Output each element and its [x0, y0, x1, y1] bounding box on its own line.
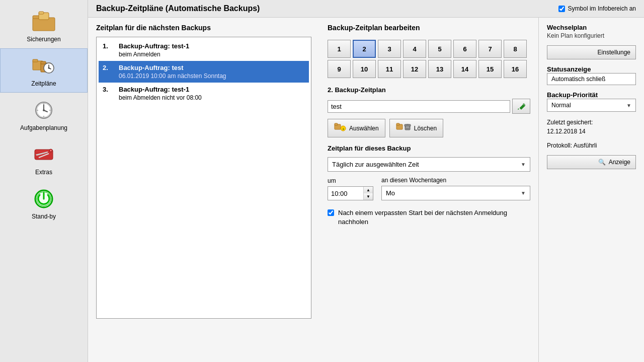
main-content: Backup-Zeitpläne (Automatische Backups) …	[88, 0, 644, 362]
num-btn-14[interactable]: 14	[453, 60, 476, 78]
header-checkbox-area: Symbol im Infobereich an	[558, 5, 636, 12]
page-title: Backup-Zeitpläne (Automatische Backups)	[96, 4, 260, 13]
schedule-item-1[interactable]: 1. Backup-Auftrag: test-1 beim Anmelden	[99, 39, 309, 61]
schedule-item-3-num: 3.	[103, 86, 115, 93]
priority-title: Backup-Priorität	[547, 91, 636, 99]
last-backup-label: Zuletzt gesichert: 12.12.2018 14	[547, 118, 636, 136]
num-btn-3[interactable]: 3	[378, 40, 401, 58]
sidebar-item-standby[interactable]: Stand-by	[0, 181, 88, 226]
sidebar-item-zeitplaene-label: Zeitpläne	[31, 80, 56, 87]
svg-rect-3	[39, 12, 44, 14]
number-buttons-container: 1 2 3 4 5 6 7 8 9 10 11 12 13 14 15	[328, 40, 530, 78]
priority-section: Backup-Priorität Normal ▼	[547, 91, 636, 112]
spin-buttons: ▲ ▼	[363, 187, 373, 200]
day-group: an diesen Wochentagen Mo ▼	[381, 177, 530, 200]
schedule-item-2[interactable]: 2. Backup-Auftrag: test 06.01.2019 10:00…	[99, 61, 309, 83]
wechselplan-title: Wechselplan	[547, 24, 636, 31]
svg-rect-40	[405, 124, 411, 126]
svg-text:+: +	[342, 127, 345, 131]
svg-rect-37	[396, 123, 399, 125]
num-btn-12[interactable]: 12	[403, 60, 426, 78]
missed-start-label[interactable]: Nach einem verpassten Start bei der näch…	[338, 208, 530, 227]
missed-start-checkbox[interactable]	[328, 209, 334, 216]
num-btn-13[interactable]: 13	[428, 60, 451, 78]
middle-panel: Backup-Zeitplan bearbeiten 1 2 3 4 5 6 7…	[319, 18, 538, 362]
statusanzeige-section: Statusanzeige Automatisch schließ	[547, 65, 636, 85]
sidebar-item-standby-label: Stand-by	[32, 213, 56, 220]
settings-button-label: Einstellunge	[598, 49, 630, 56]
num-btn-5[interactable]: 5	[428, 40, 451, 58]
num-btn-7[interactable]: 7	[478, 40, 502, 58]
schedule-item-1-row: 1. Backup-Auftrag: test-1	[103, 42, 305, 50]
middle-heading: Backup-Zeitplan bearbeiten	[328, 24, 530, 32]
last-backup-value: 12.12.2018 14	[547, 128, 586, 135]
time-group: um ▲ ▼	[328, 177, 373, 200]
schedule-item-1-num: 1.	[103, 42, 115, 50]
num-btn-4[interactable]: 4	[403, 40, 426, 58]
num-btn-9[interactable]: 9	[328, 60, 351, 78]
num-btn-2[interactable]: 2	[353, 40, 376, 58]
last-backup-title: Zuletzt gesichert:	[547, 119, 593, 126]
zeitplan-label: 2. Backup-Zeitplan	[328, 86, 530, 94]
action-buttons: + Auswählen	[328, 119, 530, 137]
schedule-dropdown[interactable]: Täglich zur ausgewählten Zeit ▼	[328, 157, 530, 172]
settings-button[interactable]: Einstellunge	[547, 45, 636, 59]
num-btn-6[interactable]: 6	[453, 40, 476, 58]
sidebar-item-sicherungen-label: Sicherungen	[27, 36, 60, 43]
zeitplaene-icon	[31, 54, 57, 78]
backup-name-input[interactable]	[328, 100, 510, 113]
delete-icon	[396, 122, 411, 134]
time-spin-down[interactable]: ▼	[364, 193, 373, 200]
right-panel: Wechselplan Kein Plan konfiguriert Einst…	[538, 18, 644, 362]
content-area: Zeitplan für die nächsten Backups 1. Bac…	[88, 18, 644, 362]
missed-start-checkbox-row: Nach einem verpassten Start bei der näch…	[328, 208, 530, 227]
pencil-icon	[517, 102, 526, 111]
num-btn-16[interactable]: 16	[504, 60, 527, 78]
day-dropdown[interactable]: Mo ▼	[381, 186, 530, 200]
svg-rect-7	[41, 61, 46, 64]
schedule-item-2-row: 2. Backup-Auftrag: test	[103, 64, 305, 71]
schedule-item-2-subtitle: 06.01.2019 10:00 am nächsten Sonntag	[119, 73, 305, 80]
edit-name-button[interactable]	[512, 99, 530, 114]
select-icon: +	[334, 122, 346, 134]
statusanzeige-value: Automatisch schließ	[547, 73, 636, 85]
schedule-list: 1. Backup-Auftrag: test-1 beim Anmelden …	[96, 37, 311, 319]
schedule-dropdown-value: Täglich zur ausgewählten Zeit	[332, 161, 419, 168]
magnifier-icon: 🔍	[598, 159, 606, 166]
name-field-row	[328, 99, 530, 114]
svg-point-11	[48, 67, 50, 69]
wechselplan-section: Wechselplan Kein Plan konfiguriert	[547, 24, 636, 39]
standby-icon	[31, 187, 57, 211]
aufgabenplanung-icon	[31, 98, 57, 122]
sidebar-item-extras[interactable]: Extras	[0, 137, 88, 181]
infobereich-checkbox[interactable]	[558, 6, 565, 12]
show-button[interactable]: 🔍 Anzeige	[547, 155, 636, 169]
num-btn-11[interactable]: 11	[378, 60, 401, 78]
sidebar-item-sicherungen[interactable]: Sicherungen	[0, 4, 88, 48]
sidebar-item-aufgabenplanung[interactable]: Aufgabenplanung	[0, 93, 88, 137]
schedule-item-3[interactable]: 3. Backup-Auftrag: test-1 beim Abmelden …	[99, 83, 309, 104]
svg-marker-30	[518, 108, 519, 110]
num-btn-1[interactable]: 1	[328, 40, 351, 58]
num-btn-8[interactable]: 8	[504, 40, 527, 58]
schedule-item-2-title: Backup-Auftrag: test	[119, 64, 184, 71]
sicherungen-icon	[31, 10, 57, 34]
priority-chevron-down-icon: ▼	[626, 103, 631, 108]
sidebar: Sicherungen Zeitpläne	[0, 0, 88, 362]
sidebar-item-zeitplaene[interactable]: Zeitpläne	[0, 48, 88, 93]
delete-button[interactable]: Löschen	[389, 119, 443, 137]
time-label: um	[328, 177, 373, 184]
num-btn-15[interactable]: 15	[478, 60, 502, 78]
delete-button-label: Löschen	[414, 125, 437, 132]
time-input[interactable]	[328, 188, 363, 199]
infobereich-label[interactable]: Symbol im Infobereich an	[568, 5, 636, 12]
priority-dropdown[interactable]: Normal ▼	[547, 99, 636, 112]
left-panel: Zeitplan für die nächsten Backups 1. Bac…	[88, 18, 319, 362]
schedule-item-2-num: 2.	[103, 64, 115, 71]
time-spin-up[interactable]: ▲	[364, 187, 373, 193]
num-btn-10[interactable]: 10	[353, 60, 376, 78]
select-button[interactable]: + Auswählen	[328, 119, 385, 137]
sidebar-item-aufgabenplanung-label: Aufgabenplanung	[20, 124, 67, 131]
left-panel-heading: Zeitplan für die nächsten Backups	[96, 24, 311, 32]
chevron-down-icon: ▼	[521, 162, 526, 167]
